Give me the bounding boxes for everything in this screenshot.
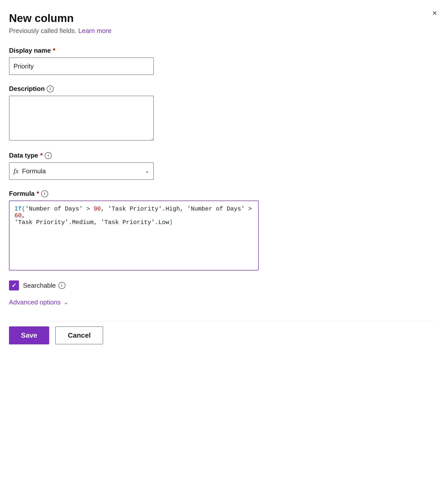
save-button[interactable]: Save xyxy=(9,326,49,344)
description-label: Description i xyxy=(9,85,434,93)
display-name-input[interactable] xyxy=(9,57,154,75)
formula-editor[interactable]: If('Number of Days' > 90, 'Task Priority… xyxy=(9,201,259,270)
description-input[interactable] xyxy=(9,96,154,141)
subtitle-text: Previously called fields. xyxy=(9,27,76,34)
learn-more-link[interactable]: Learn more xyxy=(78,27,111,34)
advanced-options-chevron-icon: ⌄ xyxy=(64,299,68,306)
checkmark-icon: ✓ xyxy=(11,282,16,288)
data-type-section: Data type * i fx Formula ⌄ xyxy=(9,152,434,180)
searchable-checkbox[interactable]: ✓ xyxy=(9,280,19,290)
searchable-row: ✓ Searchable i xyxy=(9,280,434,290)
description-info-icon: i xyxy=(47,85,54,92)
formula-info-icon: i xyxy=(41,190,48,197)
formula-section: Formula * i If('Number of Days' > 90, 'T… xyxy=(9,190,434,270)
panel-subtitle: Previously called fields. Learn more xyxy=(9,27,434,35)
advanced-options-row[interactable]: Advanced options ⌄ xyxy=(9,298,434,306)
close-button[interactable]: × xyxy=(431,8,438,18)
formula-label: Formula * i xyxy=(9,190,434,198)
cancel-button[interactable]: Cancel xyxy=(55,326,103,344)
data-type-select[interactable]: fx Formula ⌄ xyxy=(9,162,154,180)
panel-title: New column xyxy=(9,12,434,24)
formula-required: * xyxy=(37,190,39,198)
chevron-down-icon: ⌄ xyxy=(145,168,149,174)
advanced-options-label: Advanced options xyxy=(9,298,61,306)
display-name-label: Display name * xyxy=(9,47,434,54)
display-name-section: Display name * xyxy=(9,47,434,75)
display-name-required: * xyxy=(53,47,55,54)
data-type-label: Data type * i xyxy=(9,152,434,159)
data-type-value: Formula xyxy=(22,167,46,175)
searchable-info-icon: i xyxy=(58,282,65,289)
data-type-select-wrapper: fx Formula ⌄ xyxy=(9,162,154,180)
new-column-panel: × New column Previously called fields. L… xyxy=(0,0,448,478)
data-type-required: * xyxy=(40,152,43,159)
data-type-info-icon: i xyxy=(45,152,52,159)
description-section: Description i xyxy=(9,85,434,142)
searchable-label: Searchable xyxy=(23,282,56,289)
footer-buttons: Save Cancel xyxy=(9,321,434,344)
formula-icon: fx xyxy=(13,167,18,175)
